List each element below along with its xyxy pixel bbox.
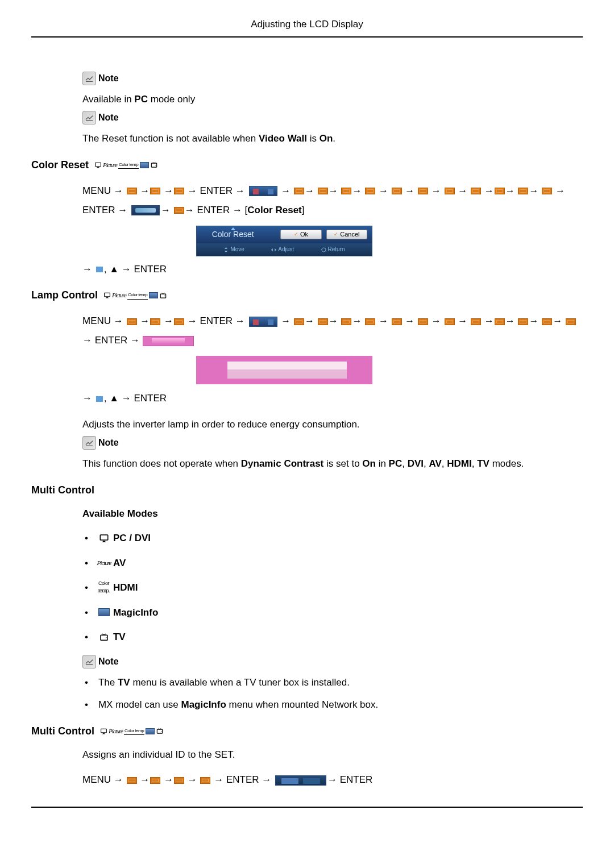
nav-step-icon <box>445 318 455 325</box>
nav-step-icon <box>518 318 528 325</box>
nav-step-icon <box>150 188 160 194</box>
multi-control-sub-heading: Multi Control Picture Color temp <box>31 724 583 739</box>
menu-screenshot-icon <box>131 205 160 215</box>
nav-step-icon <box>542 188 552 194</box>
menu-navigation-path: MENU → → → → ENTER → → → → → → → → → →→ … <box>82 181 583 220</box>
nav-step-icon <box>418 188 428 194</box>
svg-rect-7 <box>106 298 109 298</box>
nav-step-icon <box>150 777 160 784</box>
ok-button[interactable]: ✓Ok <box>280 230 321 239</box>
note-icon <box>82 72 96 85</box>
mode-tv: TV <box>82 630 583 645</box>
multi-control-heading: Multi Control <box>31 483 583 498</box>
tv-icon <box>156 727 164 735</box>
svg-rect-11 <box>103 541 106 542</box>
nav-step-icon <box>127 777 137 784</box>
mode-av: Picture AV <box>82 556 583 571</box>
lamp-control-screenshot <box>196 356 372 384</box>
nav-step-icon <box>495 188 505 194</box>
note-list-item: The TV menu is available when a TV tuner… <box>82 675 583 690</box>
nav-step-icon <box>294 318 304 325</box>
pc-icon <box>98 534 110 543</box>
menu-screenshot-icon <box>249 317 277 327</box>
magicinfo-icon <box>140 162 149 168</box>
note-label: Note <box>98 111 119 124</box>
footer-divider <box>31 807 583 808</box>
menu-screenshot-icon <box>275 775 326 786</box>
note-icon <box>82 111 96 124</box>
svg-rect-10 <box>100 535 108 540</box>
hdmi-icon: Color temp <box>124 727 144 735</box>
nav-step-icon <box>495 318 505 325</box>
note-label: Note <box>98 72 119 85</box>
nav-step-icon <box>392 318 402 325</box>
note-list-item: MX model can use MagicInfo menu when mou… <box>82 697 583 712</box>
nav-step-icon <box>174 777 184 784</box>
adjust-hint: Adjust <box>271 245 294 254</box>
cancel-button[interactable]: ✓Cancel <box>326 230 367 239</box>
magicinfo-icon <box>146 728 155 734</box>
multi-control-description: Assigns an individual ID to the SET. <box>82 747 583 762</box>
nav-step-icon <box>418 318 428 325</box>
tv-icon <box>98 633 110 642</box>
pc-icon <box>103 292 111 300</box>
svg-rect-17 <box>102 733 105 734</box>
av-icon: Picture <box>98 558 110 567</box>
menu-screenshot-icon <box>249 186 277 196</box>
nav-step-icon <box>365 188 375 194</box>
final-navigation: → , ▲ → ENTER <box>82 391 583 406</box>
nav-step-icon <box>392 188 402 194</box>
nav-step-icon <box>518 188 528 194</box>
svg-rect-5 <box>105 293 110 297</box>
svg-point-4 <box>155 165 156 165</box>
nav-step-icon <box>445 188 455 194</box>
av-icon: Picture <box>109 727 123 735</box>
nav-step-icon <box>174 207 184 214</box>
nav-step-icon <box>542 318 552 325</box>
button-icon <box>96 267 103 272</box>
nav-step-icon <box>174 318 184 325</box>
nav-step-icon <box>174 188 184 194</box>
hdmi-icon: Color temp <box>118 161 139 169</box>
nav-step-icon <box>341 318 351 325</box>
mode-magicinfo: MagicInfo <box>82 605 583 620</box>
pc-icon <box>100 727 107 735</box>
av-icon: Picture <box>112 292 126 300</box>
mode-hdmi: Color temp HDMI <box>82 580 583 595</box>
color-reset-heading: Color Reset Picture Color temp <box>31 157 583 173</box>
note-text: The Reset function is not available when… <box>82 131 583 146</box>
hdmi-icon: Color temp <box>127 292 148 300</box>
menu-screenshot-icon <box>143 336 194 346</box>
nav-step-icon <box>318 318 328 325</box>
nav-step-icon <box>566 318 576 325</box>
menu-navigation-path: MENU → → → → → ENTER → → ENTER <box>82 770 583 790</box>
mode-pc-dvi: PC / DVI <box>82 531 583 546</box>
svg-rect-2 <box>97 167 99 168</box>
magicinfo-icon <box>98 608 110 616</box>
nav-step-icon <box>318 188 328 194</box>
nav-step-icon <box>471 188 481 194</box>
av-icon: Picture <box>103 161 117 169</box>
move-hint: Move <box>223 245 244 254</box>
svg-rect-12 <box>102 542 106 542</box>
note-icon <box>82 436 96 450</box>
button-icon <box>96 396 103 402</box>
svg-point-9 <box>164 296 165 296</box>
available-modes-heading: Available Modes <box>82 506 583 521</box>
svg-rect-0 <box>96 163 101 167</box>
nav-step-icon <box>294 188 304 194</box>
nav-step-icon <box>150 318 160 325</box>
hdmi-icon: Color temp <box>98 583 110 592</box>
note-text: This function does not operate when Dyna… <box>82 456 583 471</box>
lamp-control-heading: Lamp Control Picture Color temp <box>31 288 583 303</box>
nav-step-icon <box>471 318 481 325</box>
color-reset-dialog: Color Reset ✓Ok ✓Cancel Move Adjust Retu… <box>196 226 372 256</box>
note-label: Note <box>98 436 119 450</box>
svg-rect-16 <box>103 733 105 733</box>
pc-icon <box>94 161 102 169</box>
svg-rect-6 <box>106 297 108 298</box>
note-icon <box>82 655 96 668</box>
nav-step-icon <box>200 777 210 784</box>
svg-rect-1 <box>97 167 99 167</box>
note-label: Note <box>98 655 119 668</box>
